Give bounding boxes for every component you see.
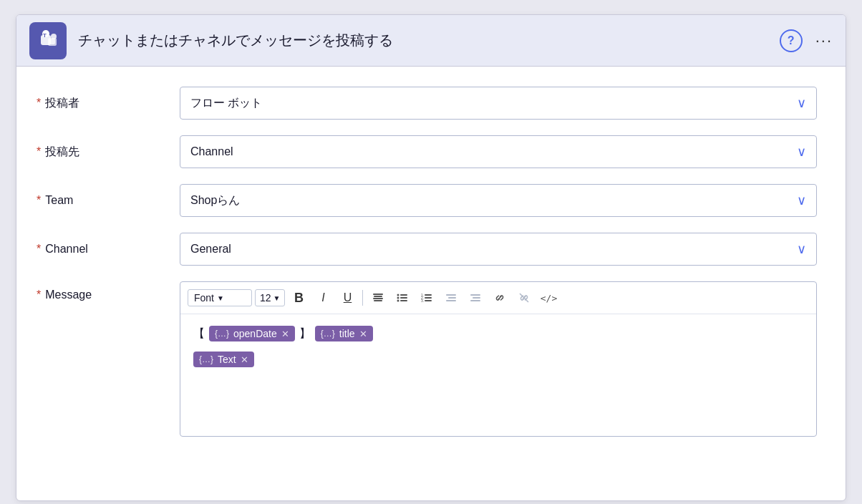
svg-rect-11 <box>400 294 407 296</box>
link-button[interactable] <box>489 288 510 308</box>
numbered-list-button[interactable]: 1. 2. 3. <box>416 288 437 308</box>
header-title: チャットまたはチャネルでメッセージを投稿する <box>78 31 780 50</box>
svg-rect-22 <box>446 294 456 296</box>
postto-label: * 投稿先 <box>37 145 180 160</box>
team-chevron-icon: ∨ <box>797 193 806 208</box>
bullet-list-button[interactable] <box>392 288 413 308</box>
toolbar-divider-1 <box>362 290 363 306</box>
svg-rect-8 <box>373 298 383 299</box>
channel-value: General <box>190 243 231 256</box>
form-body: * 投稿者 フロー ボット ∨ * 投稿先 Channel ∨ <box>16 67 846 472</box>
editor-line-1: 【 {…} openDate ✕ 】 {…} title ✕ <box>193 326 803 341</box>
svg-rect-7 <box>374 296 382 297</box>
poster-field: フロー ボット ∨ <box>180 87 817 120</box>
svg-rect-27 <box>470 300 480 301</box>
svg-rect-5 <box>49 39 55 44</box>
token-text: {…} Text ✕ <box>193 352 254 367</box>
svg-point-14 <box>397 300 399 302</box>
svg-text:3.: 3. <box>421 299 424 303</box>
token-title-label: title <box>339 328 355 339</box>
token-icon-1: {…} <box>215 329 229 339</box>
poster-dropdown[interactable]: フロー ボット ∨ <box>180 87 817 120</box>
svg-point-12 <box>397 297 399 299</box>
postto-dropdown[interactable]: Channel ∨ <box>180 135 817 168</box>
bracket-close: 】 <box>299 326 311 341</box>
svg-rect-9 <box>374 300 382 301</box>
size-dropdown-arrow-icon: ▼ <box>273 294 281 302</box>
poster-row: * 投稿者 フロー ボット ∨ <box>37 87 817 120</box>
editor-toolbar: Font ▼ 12 ▼ B I U <box>180 282 816 314</box>
svg-rect-23 <box>448 297 456 299</box>
svg-rect-6 <box>373 294 383 295</box>
token-opendate-label: openDate <box>233 328 277 339</box>
postto-value: Channel <box>190 145 233 158</box>
required-star-2: * <box>37 145 41 158</box>
unlink-button[interactable] <box>513 288 535 308</box>
header-actions: ? ··· <box>780 29 833 52</box>
channel-field: General ∨ <box>180 233 817 266</box>
channel-label: * Channel <box>37 243 180 256</box>
size-label: 12 <box>260 292 271 304</box>
bracket-open: 【 <box>193 326 205 341</box>
svg-point-2 <box>51 34 57 39</box>
italic-button[interactable]: I <box>312 288 334 308</box>
message-row: * Message Font ▼ 12 ▼ B <box>37 281 817 437</box>
svg-rect-17 <box>425 294 432 296</box>
svg-rect-15 <box>400 300 407 301</box>
help-button[interactable]: ? <box>780 29 803 52</box>
font-selector[interactable]: Font ▼ <box>188 289 252 306</box>
channel-dropdown[interactable]: General ∨ <box>180 233 817 266</box>
main-card: T チャットまたはチャネルでメッセージを投稿する ? ··· * 投稿者 フロー… <box>16 14 846 501</box>
highlight-button[interactable] <box>367 288 389 308</box>
svg-rect-24 <box>446 300 456 301</box>
required-star-3: * <box>37 194 41 207</box>
svg-rect-21 <box>425 300 432 301</box>
team-row: * Team Shopらん ∨ <box>37 184 817 217</box>
message-label: * Message <box>37 281 180 301</box>
required-star-4: * <box>37 243 41 256</box>
size-selector[interactable]: 12 ▼ <box>255 289 285 306</box>
editor-line-2: {…} Text ✕ <box>193 352 803 367</box>
bold-button[interactable]: B <box>288 288 309 308</box>
teams-logo: T <box>29 22 67 59</box>
font-label: Font <box>194 292 214 304</box>
message-editor: Font ▼ 12 ▼ B I U <box>180 281 817 437</box>
channel-row: * Channel General ∨ <box>37 233 817 266</box>
svg-text:T: T <box>43 32 47 39</box>
token-icon-2: {…} <box>321 329 335 339</box>
poster-label: * 投稿者 <box>37 96 180 111</box>
token-text-close[interactable]: ✕ <box>241 354 248 365</box>
team-field: Shopらん ∨ <box>180 184 817 217</box>
team-dropdown[interactable]: Shopらん ∨ <box>180 184 817 217</box>
svg-rect-25 <box>470 294 480 296</box>
svg-rect-19 <box>425 297 432 299</box>
postto-chevron-icon: ∨ <box>797 144 806 160</box>
indent-decrease-button[interactable] <box>440 288 462 308</box>
message-field: Font ▼ 12 ▼ B I U <box>180 281 817 437</box>
team-label: * Team <box>37 194 180 207</box>
token-title-close[interactable]: ✕ <box>359 329 367 339</box>
header: T チャットまたはチャネルでメッセージを投稿する ? ··· <box>16 15 846 67</box>
code-button[interactable]: </> <box>538 288 559 308</box>
required-star: * <box>37 97 41 110</box>
indent-increase-button[interactable] <box>465 288 486 308</box>
poster-value: フロー ボット <box>190 96 262 111</box>
editor-content[interactable]: 【 {…} openDate ✕ 】 {…} title ✕ <box>180 314 816 436</box>
poster-chevron-icon: ∨ <box>797 95 806 111</box>
token-icon-3: {…} <box>199 354 213 364</box>
underline-button[interactable]: U <box>336 288 358 308</box>
token-opendate-close[interactable]: ✕ <box>281 329 289 339</box>
required-star-5: * <box>37 289 41 301</box>
svg-point-10 <box>397 294 399 296</box>
more-button[interactable]: ··· <box>815 32 833 50</box>
postto-field: Channel ∨ <box>180 135 817 168</box>
svg-rect-26 <box>473 297 480 299</box>
token-text-label: Text <box>218 354 236 365</box>
svg-rect-13 <box>400 297 407 299</box>
token-title: {…} title ✕ <box>315 326 373 341</box>
team-value: Shopらん <box>190 193 240 208</box>
token-opendate: {…} openDate ✕ <box>209 326 295 341</box>
font-dropdown-arrow-icon: ▼ <box>217 294 224 302</box>
postto-row: * 投稿先 Channel ∨ <box>37 135 817 168</box>
channel-chevron-icon: ∨ <box>797 241 806 257</box>
